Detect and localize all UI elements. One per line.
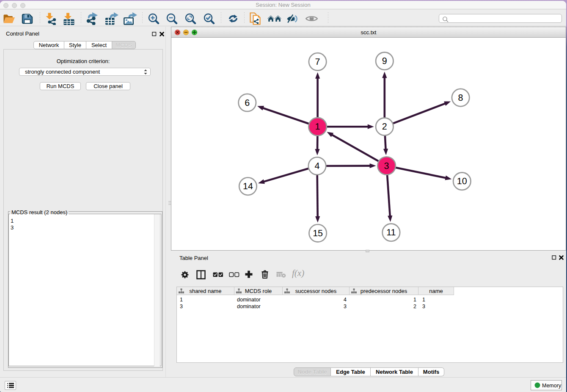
svg-text:8: 8 <box>458 93 463 103</box>
svg-text:6: 6 <box>245 98 250 108</box>
svg-text:15: 15 <box>313 228 323 238</box>
svg-text:9: 9 <box>382 56 387 66</box>
svg-text:2: 2 <box>382 121 387 132</box>
svg-text:4: 4 <box>315 161 320 171</box>
svg-text:10: 10 <box>457 176 467 186</box>
svg-text:14: 14 <box>243 181 253 191</box>
svg-text:3: 3 <box>384 161 389 171</box>
svg-text:7: 7 <box>315 57 320 67</box>
svg-text:1: 1 <box>315 121 320 132</box>
svg-text:11: 11 <box>386 227 396 237</box>
